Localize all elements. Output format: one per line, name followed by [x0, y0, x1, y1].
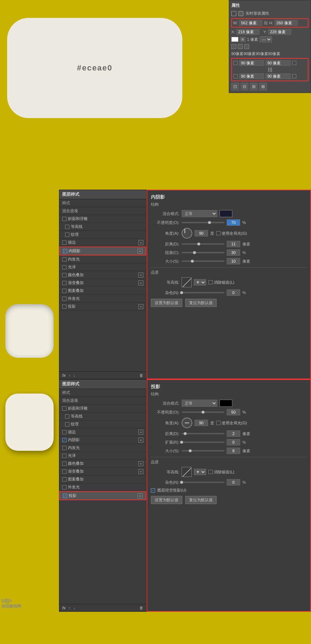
- cb-bevel[interactable]: [62, 217, 66, 221]
- ls1-item-contour[interactable]: 等高线: [59, 223, 146, 231]
- ds-angle-input[interactable]: [194, 420, 208, 426]
- h-input[interactable]: [275, 20, 298, 26]
- cb2-satin[interactable]: [62, 454, 66, 458]
- is-angle-input[interactable]: [194, 230, 208, 236]
- radius-input4[interactable]: [266, 73, 291, 79]
- is-contour-preview[interactable]: [182, 277, 192, 287]
- ds-noise-slider[interactable]: [182, 482, 224, 483]
- ls1-item-bevel[interactable]: 斜面和浮雕: [59, 215, 146, 223]
- is-dist-slider[interactable]: [182, 243, 224, 245]
- transform-btn2[interactable]: ⊟: [241, 83, 248, 91]
- add-inner-shadow[interactable]: +: [138, 249, 143, 254]
- ds-set-default-btn[interactable]: 设置为默认值: [151, 496, 182, 504]
- ls2-item-gradient-overlay[interactable]: 渐变叠加 +: [59, 468, 146, 475]
- cb2-stroke[interactable]: [62, 430, 66, 434]
- ds-contour-preview[interactable]: [182, 467, 192, 477]
- fx2-btn[interactable]: fx: [62, 606, 66, 610]
- ls1-item-texture[interactable]: 纹理: [59, 231, 146, 239]
- ds-reset-default-btn[interactable]: 复位为默认值: [185, 496, 217, 504]
- ds-color-swatch[interactable]: [219, 400, 232, 407]
- ds-dist-input[interactable]: [227, 430, 240, 437]
- ls1-item-inner-glow[interactable]: 内发光: [59, 255, 146, 263]
- trash-btn[interactable]: 🗑: [139, 373, 143, 377]
- transform-btn4[interactable]: ⊠: [259, 83, 267, 91]
- stroke-select[interactable]: —: [260, 36, 272, 43]
- cb-pattern-overlay[interactable]: [62, 289, 66, 293]
- radius-input1[interactable]: [239, 60, 264, 66]
- radius-input3[interactable]: [239, 73, 264, 79]
- add2-stroke[interactable]: +: [138, 430, 143, 435]
- ds-blend-select[interactable]: 正常: [182, 400, 217, 407]
- ds-contour-select[interactable]: ▼: [194, 469, 206, 475]
- ds-spread-input[interactable]: [227, 439, 240, 445]
- is-blend-select[interactable]: 正常: [182, 210, 217, 217]
- ls1-item-stroke[interactable]: 描边 +: [59, 239, 146, 247]
- cb-color-overlay[interactable]: [62, 273, 66, 277]
- down2-btn[interactable]: ↓: [73, 606, 75, 610]
- is-aa-check[interactable]: [208, 280, 213, 284]
- trash2-btn[interactable]: 🗑: [139, 606, 143, 610]
- transform-btn1[interactable]: ⊡: [231, 83, 239, 91]
- ds-angle-dial[interactable]: [182, 418, 192, 428]
- ls2-item-satin[interactable]: 光泽: [59, 452, 146, 460]
- cb-gradient-overlay[interactable]: [62, 281, 66, 285]
- is-opacity-input[interactable]: [227, 219, 240, 226]
- add-gradient-overlay[interactable]: +: [138, 280, 143, 286]
- is-set-default-btn[interactable]: 设置为默认值: [151, 299, 182, 307]
- ls1-item-inner-shadow[interactable]: ✓ 内阴影 +: [59, 247, 146, 255]
- cb2-drop-shadow[interactable]: ✓: [63, 494, 67, 498]
- add-stroke[interactable]: +: [138, 240, 143, 245]
- cb-outer-glow[interactable]: [62, 297, 66, 301]
- fx-btn[interactable]: fx: [62, 373, 66, 377]
- w-input[interactable]: [239, 20, 262, 26]
- ls1-item-satin[interactable]: 光泽: [59, 263, 146, 271]
- cb-inner-shadow[interactable]: ✓: [63, 249, 67, 253]
- is-reset-default-btn[interactable]: 复位为默认值: [185, 299, 217, 307]
- up2-btn[interactable]: ↑: [69, 606, 71, 610]
- ls1-item-color-overlay[interactable]: 颜色叠加 +: [59, 271, 146, 279]
- add-color-overlay[interactable]: +: [138, 273, 143, 278]
- ds-opacity-input[interactable]: [227, 409, 240, 415]
- ls1-item-drop-shadow[interactable]: 投影 +: [59, 303, 146, 311]
- transform-btn3[interactable]: ⊞: [250, 83, 258, 91]
- is-dist-input[interactable]: [227, 241, 240, 247]
- ls1-item-outer-glow[interactable]: 外发光: [59, 295, 146, 303]
- ds-noise-input[interactable]: [227, 479, 240, 486]
- ds-gl-check[interactable]: [216, 421, 221, 425]
- y-input[interactable]: [268, 29, 291, 35]
- is-choke-slider[interactable]: [182, 252, 224, 253]
- cb2-contour[interactable]: [65, 414, 69, 419]
- is-color-swatch[interactable]: [219, 210, 232, 217]
- is-size-slider[interactable]: [182, 260, 224, 262]
- is-size-input[interactable]: [227, 258, 240, 264]
- add2-drop-shadow[interactable]: +: [138, 493, 143, 498]
- cb-stroke[interactable]: [62, 240, 66, 245]
- cb-texture[interactable]: [65, 233, 69, 237]
- cb-contour[interactable]: [65, 225, 69, 229]
- ds-dist-slider[interactable]: [182, 433, 224, 434]
- ls2-item-drop-shadow[interactable]: ✓ 投影 +: [59, 491, 146, 500]
- add2-color-overlay[interactable]: +: [138, 461, 143, 466]
- ds-spread-slider[interactable]: [182, 441, 224, 443]
- cb2-inner-glow[interactable]: [62, 446, 66, 450]
- ls2-item-outer-glow[interactable]: 外发光: [59, 483, 146, 491]
- ds-opacity-slider[interactable]: [182, 411, 224, 413]
- cb2-inner-shadow[interactable]: ✓: [62, 438, 66, 442]
- is-contour-select[interactable]: ▼: [194, 279, 206, 286]
- ls1-item-gradient-overlay[interactable]: 渐变叠加 +: [59, 279, 146, 287]
- cb-inner-glow[interactable]: [62, 257, 66, 262]
- is-gl-check[interactable]: [216, 231, 221, 235]
- ls2-item-contour[interactable]: 等高线: [59, 413, 146, 420]
- ls1-item-pattern-overlay[interactable]: 图案叠加: [59, 287, 146, 295]
- cb2-gradient-overlay[interactable]: [62, 469, 66, 474]
- up-btn[interactable]: ↑: [69, 373, 71, 377]
- cb2-color-overlay[interactable]: [62, 462, 66, 466]
- ls2-item-inner-shadow[interactable]: ✓ 内阴影 +: [59, 436, 146, 444]
- down-btn[interactable]: ↓: [73, 373, 75, 377]
- is-noise-input[interactable]: [227, 289, 240, 296]
- cb2-outer-glow[interactable]: [62, 485, 66, 489]
- ls2-item-color-overlay[interactable]: 颜色叠加 +: [59, 460, 146, 468]
- ls2-item-bevel[interactable]: 斜面和浮雕: [59, 405, 146, 413]
- is-angle-dial[interactable]: [182, 228, 192, 239]
- ls2-item-pattern-overlay[interactable]: 图案叠加: [59, 475, 146, 483]
